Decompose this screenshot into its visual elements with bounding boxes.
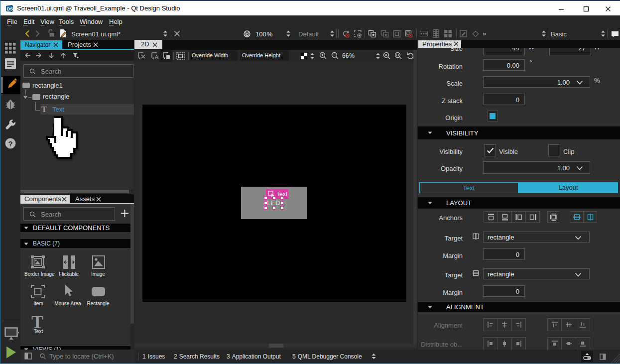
svg-text:A: A — [155, 54, 158, 60]
svg-text:DS: DS — [6, 6, 13, 11]
svg-text:?: ? — [8, 139, 13, 148]
